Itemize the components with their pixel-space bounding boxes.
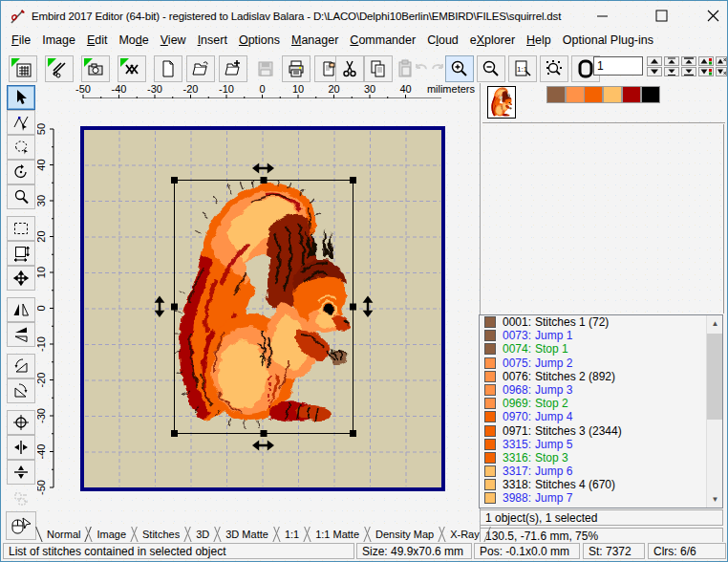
print-button[interactable] (282, 55, 310, 82)
copy-button[interactable] (364, 55, 393, 82)
scrollbar-thumb[interactable] (707, 334, 723, 420)
thread-color-6[interactable] (641, 86, 660, 103)
zoom-tool[interactable] (7, 184, 35, 209)
svg-text:20: 20 (328, 84, 339, 95)
edit-stitches-button[interactable] (45, 55, 74, 82)
edit-nodes-tool[interactable] (7, 110, 35, 135)
svg-text:0: 0 (37, 305, 47, 311)
stitch-row[interactable]: 0076:Stitches 2 (892) (480, 370, 722, 383)
stitch-row[interactable]: 0971:Stitches 3 (2344) (480, 424, 722, 438)
stitch-row[interactable]: 3315:Jump 5 (480, 438, 722, 451)
menu-options[interactable]: Options (239, 33, 280, 47)
stitch-row[interactable]: 3317:Jump 6 (480, 465, 722, 478)
stitch-row[interactable]: 0073:Jump 1 (480, 329, 722, 342)
undo-button-disabled (414, 55, 429, 82)
spin-up-5[interactable] (716, 56, 727, 66)
thread-color-4[interactable] (603, 86, 622, 103)
zoom-selection-button[interactable] (540, 55, 568, 82)
zoom-level-input[interactable] (593, 56, 643, 76)
zoom-1-1-button[interactable]: 1:1 (508, 55, 537, 82)
spin-up-2[interactable] (664, 56, 679, 66)
stitch-list-scrollbar[interactable]: ▲ ▼ (706, 315, 722, 508)
stitch-row[interactable]: 0075:Jump 2 (480, 357, 722, 370)
resize-tool[interactable] (7, 241, 35, 266)
stitch-row[interactable]: 3988:Jump 7 (480, 491, 722, 505)
new-design-button[interactable] (9, 55, 37, 82)
center-vertical-tool[interactable] (7, 460, 35, 485)
row-label: Jump 1 (535, 329, 572, 342)
rotate-right-tool[interactable] (7, 378, 35, 403)
thread-color-5[interactable] (622, 86, 641, 103)
center-horizontal-tool[interactable] (7, 435, 35, 460)
row-label: Stop 1 (535, 342, 568, 356)
scroll-down-icon[interactable]: ▼ (707, 491, 723, 508)
rotate-tool[interactable] (7, 160, 35, 184)
thread-color-1[interactable] (546, 86, 566, 103)
status-pos: Pos: -0.1x0.0 mm (474, 543, 580, 559)
stitch-row[interactable]: 0001:Stitches 1 (72) (480, 315, 722, 329)
design-thumbnail[interactable] (487, 86, 516, 119)
flip-vertical-tool[interactable] (7, 322, 35, 347)
maximize-button[interactable] (640, 2, 683, 30)
spin-down-1[interactable] (647, 67, 662, 76)
spin-down-4[interactable] (698, 67, 714, 76)
scroll-up-icon[interactable]: ▲ (707, 315, 723, 332)
pointer-mode-button[interactable] (6, 511, 36, 540)
menu-optional-plug-ins[interactable]: Optional Plug-ins (563, 33, 653, 47)
spin-up-3[interactable] (681, 56, 696, 66)
stitch-row[interactable]: 3316:Stop 3 (480, 451, 722, 465)
stitch-row[interactable]: 0074:Stop 1 (480, 342, 722, 356)
spin-down-5[interactable] (716, 67, 727, 76)
rect-select-tool[interactable] (7, 216, 35, 241)
minimize-button[interactable] (581, 2, 624, 30)
open-file-button[interactable] (186, 55, 215, 82)
spin-up-1[interactable] (647, 56, 662, 66)
center-tool[interactable] (7, 410, 35, 435)
menu-edit[interactable]: Edit (87, 33, 108, 47)
cut-button[interactable] (335, 55, 364, 82)
stitch-row[interactable]: 0968:Jump 3 (480, 383, 722, 397)
row-color-swatch (484, 343, 496, 355)
flip-horizontal-tool[interactable] (7, 297, 35, 322)
menu-commander[interactable]: Commander (350, 33, 416, 47)
delete-stitches-button[interactable] (118, 55, 146, 82)
move-tool[interactable] (7, 266, 35, 291)
stitch-row[interactable]: 0970:Jump 4 (480, 410, 722, 423)
design-canvas[interactable] (80, 126, 445, 491)
svg-text:-10: -10 (219, 84, 234, 95)
thread-color-3[interactable] (584, 86, 603, 103)
horizontal-ruler: -50-40-30-20-10010203040milimeters (54, 84, 476, 98)
lasso-tool[interactable] (7, 135, 35, 160)
merge-file-button[interactable] (219, 55, 247, 82)
zoom-out-button[interactable] (477, 55, 505, 82)
menu-file[interactable]: File (11, 33, 31, 47)
spin-up-4[interactable] (698, 56, 714, 66)
app-window: Embird 2017 Editor (64-bit) - registered… (0, 0, 728, 562)
zoom-in-button[interactable] (445, 55, 474, 82)
stitch-list[interactable]: 0001:Stitches 1 (72)0073:Jump 10074:Stop… (479, 314, 723, 508)
row-color-swatch (484, 479, 496, 490)
stitch-row[interactable]: 0969:Stop 2 (480, 397, 722, 410)
menu-mode[interactable]: Mode (118, 33, 148, 47)
spin-down-3[interactable] (681, 67, 696, 76)
thread-color-2[interactable] (566, 86, 585, 103)
menu-image[interactable]: Image (42, 33, 75, 47)
new-file-button[interactable] (154, 55, 182, 82)
menu-view[interactable]: View (161, 33, 186, 47)
menu-cloud[interactable]: Cloud (427, 33, 459, 47)
stitch-row[interactable]: 3318:Stitches 4 (670) (480, 478, 722, 491)
row-number: 3315: (503, 438, 531, 451)
select-tool[interactable] (7, 85, 35, 110)
spin-down-2[interactable] (664, 67, 679, 76)
status-colors: Clrs: 6/6 (648, 543, 726, 559)
svg-text:-30: -30 (37, 408, 47, 423)
menu-explorer[interactable]: eXplorer (470, 33, 515, 47)
close-button[interactable] (692, 2, 728, 30)
menu-manager[interactable]: Manager (291, 33, 338, 47)
rotate-left-tool[interactable] (7, 354, 35, 378)
image-tool-button[interactable] (81, 55, 110, 82)
row-number: 0075: (503, 357, 531, 370)
menu-insert[interactable]: Insert (198, 33, 227, 47)
menu-help[interactable]: Help (526, 33, 551, 47)
row-label: Stitches 1 (72) (535, 315, 609, 329)
